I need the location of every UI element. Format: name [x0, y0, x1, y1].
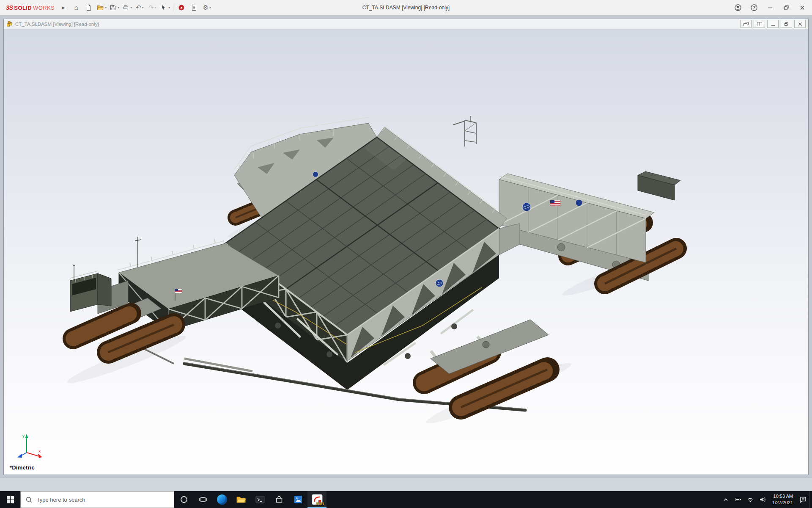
view-orientation-label: *Dimetric: [10, 464, 35, 471]
search-icon: [25, 496, 32, 503]
app-restore-button[interactable]: [778, 0, 794, 15]
dropdown-caret: ▾: [130, 6, 132, 9]
undo-button[interactable]: ↶▾: [133, 2, 146, 14]
xpress-products-button[interactable]: x: [175, 2, 188, 14]
assembly-icon: [6, 21, 13, 27]
cortana-button[interactable]: [174, 491, 193, 508]
doc-tile-button[interactable]: [754, 20, 765, 28]
store-button[interactable]: [269, 491, 288, 508]
print-button[interactable]: ▾: [121, 2, 133, 14]
app-titlebar: 3S SOLIDWORKS ▶ ⌂ ▾ ▾ ▾ ↶▾ ↷▾ ▾ x ⚙▾ CT_…: [0, 0, 812, 15]
photos-button[interactable]: [288, 491, 307, 508]
cortana-icon: [180, 495, 188, 504]
svg-text:?: ?: [753, 5, 755, 10]
file-explorer-button[interactable]: [231, 491, 250, 508]
help-icon: ?: [750, 4, 758, 11]
action-center-icon: [799, 495, 807, 504]
options-button[interactable]: ⚙▾: [200, 2, 213, 14]
status-bar: [0, 478, 812, 491]
dropdown-caret: ▾: [142, 6, 144, 9]
open-button[interactable]: ▾: [95, 2, 108, 14]
svg-text:y: y: [22, 433, 25, 438]
graphics-viewport[interactable]: y x *Dimetric: [4, 29, 808, 475]
action-center-button[interactable]: [797, 491, 809, 508]
doc-cascade-button[interactable]: [740, 20, 752, 28]
right-end-equipment: [638, 171, 680, 200]
select-cursor-icon: [160, 4, 167, 11]
windows-taskbar: 2021: [0, 491, 812, 508]
menu-flyout-arrow[interactable]: ▶: [57, 2, 70, 14]
file-properties-button[interactable]: [188, 2, 200, 14]
svg-text:x: x: [38, 449, 41, 453]
save-icon: [109, 4, 117, 11]
volume-button[interactable]: [756, 491, 768, 508]
search-input[interactable]: [36, 496, 169, 503]
terminal-icon: [255, 495, 265, 504]
dropdown-caret: ▾: [118, 6, 119, 9]
chevron-up-icon: [722, 496, 729, 503]
triad-z-axis: [17, 453, 27, 458]
help-button[interactable]: ?: [746, 0, 762, 15]
battery-button[interactable]: [732, 491, 744, 508]
dropdown-caret: ▾: [209, 6, 211, 9]
taskbar-search[interactable]: [20, 491, 174, 508]
photos-icon: [294, 495, 303, 504]
minimize-icon: [766, 4, 774, 11]
dropdown-caret: ▾: [155, 6, 156, 9]
open-folder-icon: [96, 4, 104, 11]
tile-icon: [757, 22, 762, 26]
redo-button[interactable]: ↷▾: [146, 2, 159, 14]
restore-icon: [782, 4, 790, 11]
new-document-button[interactable]: [82, 2, 95, 14]
hidden-icons-button[interactable]: [719, 491, 732, 508]
taskbar-clock[interactable]: 10:53 AM 1/27/2021: [768, 491, 797, 508]
toolbar-separator: [173, 4, 173, 11]
minimize-icon: [771, 22, 776, 26]
clock-date: 1/27/2021: [772, 500, 793, 506]
new-document-icon: [85, 4, 93, 11]
doc-close-button[interactable]: [794, 20, 806, 28]
account-button[interactable]: [730, 0, 746, 15]
show-desktop-button[interactable]: [809, 491, 812, 508]
gear-icon: ⚙: [203, 4, 208, 11]
clock-time: 10:53 AM: [774, 493, 793, 500]
dropdown-caret: ▾: [105, 6, 107, 9]
close-icon: [798, 22, 803, 26]
print-icon: [122, 4, 129, 11]
document-title: CT_TA.SLDASM [Viewing] [Read-only]: [15, 22, 99, 27]
edge-button[interactable]: [212, 491, 231, 508]
doc-minimize-button[interactable]: [767, 20, 779, 28]
wifi-icon: [747, 496, 754, 503]
start-button[interactable]: [0, 491, 20, 508]
3ds-mark: 3S: [6, 4, 13, 11]
triad-y-axis: y: [22, 433, 28, 453]
document-titlebar[interactable]: CT_TA.SLDASM [Viewing] [Read-only]: [4, 19, 808, 29]
app-close-button[interactable]: [794, 0, 810, 15]
app-minimize-button[interactable]: [762, 0, 778, 15]
close-icon: [798, 4, 806, 11]
terminal-button[interactable]: [250, 491, 269, 508]
store-icon: [274, 495, 284, 504]
document-window: CT_TA.SLDASM [Viewing] [Read-only]: [3, 19, 809, 475]
model-3d-view[interactable]: [4, 29, 808, 475]
file-properties-icon: [190, 4, 198, 11]
solidworks-taskbar-button[interactable]: 2021: [307, 491, 326, 508]
windows-logo-icon: [7, 496, 14, 503]
home-icon: ⌂: [74, 4, 78, 11]
top-mast: [453, 116, 476, 146]
orientation-triad[interactable]: y x: [12, 431, 45, 460]
restore-icon: [784, 22, 789, 26]
task-view-button[interactable]: [193, 491, 212, 508]
select-tool-button[interactable]: ▾: [159, 2, 171, 14]
doc-restore-button[interactable]: [781, 20, 792, 28]
triad-x-axis: x: [27, 449, 42, 458]
speaker-icon: [759, 496, 766, 503]
xpress-products-icon: x: [178, 4, 185, 11]
task-view-icon: [199, 495, 207, 504]
save-button[interactable]: ▾: [108, 2, 121, 14]
battery-icon: [735, 496, 741, 503]
dropdown-caret: ▾: [168, 6, 170, 9]
network-button[interactable]: [744, 491, 756, 508]
home-button[interactable]: ⌂: [70, 2, 82, 14]
redo-icon: ↷: [148, 4, 154, 11]
